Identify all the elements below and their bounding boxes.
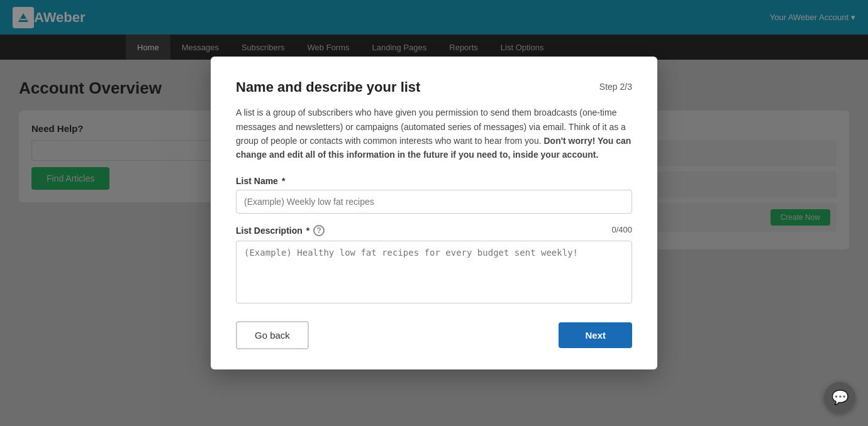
char-count: 0/400 <box>611 225 632 234</box>
list-desc-required: * <box>306 226 309 236</box>
list-name-input[interactable] <box>236 190 632 214</box>
next-button[interactable]: Next <box>559 322 632 348</box>
modal-overlay: Name and describe your list Step 2/3 A l… <box>0 0 868 426</box>
modal-footer: Go back Next <box>236 321 632 349</box>
chat-button[interactable]: 💬 <box>824 382 855 413</box>
list-name-required: * <box>282 176 285 186</box>
list-description-textarea[interactable] <box>236 241 632 303</box>
modal: Name and describe your list Step 2/3 A l… <box>211 57 657 369</box>
modal-description: A list is a group of subscribers who hav… <box>236 106 632 162</box>
go-back-button[interactable]: Go back <box>236 321 309 349</box>
list-description-label: List Description * ? <box>236 225 325 236</box>
chat-icon: 💬 <box>832 390 849 406</box>
modal-step: Step 2/3 <box>599 82 632 92</box>
modal-header: Name and describe your list Step 2/3 <box>236 79 632 96</box>
list-name-label: List Name * <box>236 176 632 186</box>
help-icon[interactable]: ? <box>313 225 325 236</box>
modal-title: Name and describe your list <box>236 79 420 96</box>
